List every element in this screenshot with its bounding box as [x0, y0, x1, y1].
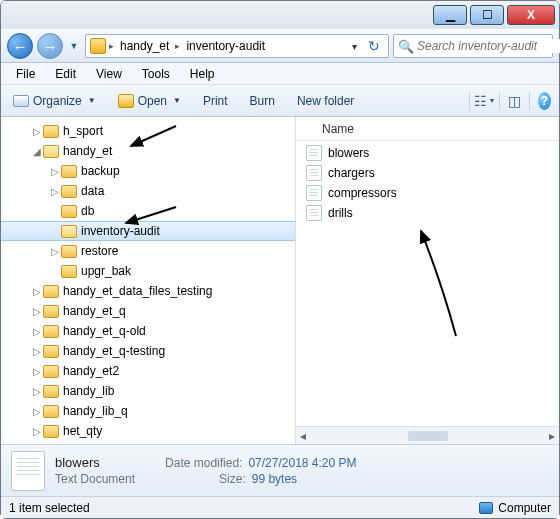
tree-item-label: handy_et [63, 144, 112, 158]
file-item[interactable]: compressors [296, 183, 559, 203]
menu-help[interactable]: Help [181, 65, 224, 83]
tree-item[interactable]: ▷handy_et_q-old [1, 321, 295, 341]
tree-item-label: handy_lib [63, 384, 114, 398]
tree-item[interactable]: ◢handy_et [1, 141, 295, 161]
folder-icon [43, 365, 59, 378]
tree-item[interactable]: ▷data [1, 181, 295, 201]
horizontal-scrollbar[interactable]: ◂▸ [296, 426, 559, 444]
folder-icon [43, 125, 59, 138]
details-filename: blowers [55, 455, 135, 470]
expand-icon[interactable]: ▷ [49, 166, 61, 177]
chevron-right-icon: ▸ [175, 41, 180, 51]
new-folder-button[interactable]: New folder [293, 91, 358, 111]
back-button[interactable]: ← [7, 33, 33, 59]
close-button[interactable]: X [507, 5, 555, 25]
tree-item[interactable]: ▷backup [1, 161, 295, 181]
expand-icon[interactable]: ▷ [31, 366, 43, 377]
burn-button[interactable]: Burn [246, 91, 279, 111]
expand-icon[interactable]: ◢ [31, 146, 43, 157]
minimize-button[interactable]: ▁ [433, 5, 467, 25]
path-dropdown[interactable]: ▾ [346, 36, 362, 56]
print-button[interactable]: Print [199, 91, 232, 111]
folder-icon [61, 225, 77, 238]
navbar: ← → ▼ ▸ handy_et ▸ inventory-audit ▾ ↻ 🔍 [1, 29, 559, 63]
tree-item[interactable]: ▷het_qty [1, 421, 295, 441]
folder-icon [61, 265, 77, 278]
tree-item[interactable]: ▷handy_et2 [1, 361, 295, 381]
folder-icon [43, 425, 59, 438]
tree-item[interactable]: ▷restore [1, 241, 295, 261]
expand-icon[interactable]: ▷ [31, 326, 43, 337]
file-name: drills [328, 206, 353, 220]
search-box[interactable]: 🔍 [393, 34, 553, 58]
file-list[interactable]: blowerschargerscompressorsdrills [296, 141, 559, 426]
expand-icon[interactable]: ▷ [31, 306, 43, 317]
file-item[interactable]: drills [296, 203, 559, 223]
menu-file[interactable]: File [7, 65, 44, 83]
expand-icon[interactable]: ▷ [31, 286, 43, 297]
expand-icon[interactable]: ▷ [31, 386, 43, 397]
tree-item[interactable]: db [1, 201, 295, 221]
view-mode-button[interactable]: ☷▼ [469, 92, 491, 110]
organize-button[interactable]: Organize▼ [9, 91, 100, 111]
folder-tree[interactable]: ▷h_sport◢handy_et▷backup▷datadbinventory… [1, 117, 296, 444]
maximize-button[interactable]: ☐ [470, 5, 504, 25]
file-large-icon [11, 451, 45, 491]
open-folder-icon [118, 94, 134, 108]
folder-icon [61, 185, 77, 198]
forward-button[interactable]: → [37, 33, 63, 59]
help-button[interactable]: ? [529, 92, 551, 110]
file-name: blowers [328, 146, 369, 160]
toolbar: Organize▼ Open▼ Print Burn New folder ☷▼… [1, 85, 559, 117]
tree-item-label: handy_et_q-testing [63, 344, 165, 358]
menu-tools[interactable]: Tools [133, 65, 179, 83]
details-pane: blowers Text Document Date modified:07/2… [1, 444, 559, 496]
text-file-icon [306, 205, 322, 221]
status-selection: 1 item selected [9, 501, 90, 515]
text-file-icon [306, 165, 322, 181]
menu-edit[interactable]: Edit [46, 65, 85, 83]
status-location: Computer [479, 501, 551, 515]
breadcrumb-part[interactable]: handy_et [117, 39, 172, 53]
tree-item[interactable]: ▷h_sport [1, 121, 295, 141]
computer-icon [479, 502, 493, 514]
text-file-icon [306, 185, 322, 201]
history-dropdown[interactable]: ▼ [67, 35, 81, 57]
breadcrumb-part[interactable]: inventory-audit [183, 39, 268, 53]
expand-icon[interactable]: ▷ [31, 406, 43, 417]
details-size-value: 99 bytes [252, 472, 297, 486]
tree-item-label: h_sport [63, 124, 103, 138]
body: ▷h_sport◢handy_et▷backup▷datadbinventory… [1, 117, 559, 444]
folder-icon [43, 325, 59, 338]
tree-item[interactable]: ▷handy_et_data_files_testing [1, 281, 295, 301]
tree-item-label: backup [81, 164, 120, 178]
file-item[interactable]: chargers [296, 163, 559, 183]
chevron-right-icon: ▸ [109, 41, 114, 51]
menu-view[interactable]: View [87, 65, 131, 83]
expand-icon[interactable]: ▷ [49, 186, 61, 197]
search-input[interactable] [417, 39, 560, 53]
open-button[interactable]: Open▼ [114, 91, 185, 111]
tree-item[interactable]: inventory-audit [1, 221, 295, 241]
tree-item[interactable]: ▷handy_et_q-testing [1, 341, 295, 361]
column-header-name[interactable]: Name [296, 117, 559, 141]
tree-item[interactable]: ▷handy_lib [1, 381, 295, 401]
titlebar: ▁ ☐ X [1, 1, 559, 29]
expand-icon[interactable]: ▷ [49, 246, 61, 257]
preview-pane-button[interactable]: ◫ [499, 92, 521, 110]
status-bar: 1 item selected Computer [1, 496, 559, 518]
tree-item-label: handy_et_q [63, 304, 126, 318]
tree-item[interactable]: ▷handy_et_q [1, 301, 295, 321]
expand-icon[interactable]: ▷ [31, 126, 43, 137]
search-icon: 🔍 [398, 39, 414, 54]
tree-item-label: upgr_bak [81, 264, 131, 278]
refresh-icon[interactable]: ↻ [366, 38, 382, 54]
breadcrumb[interactable]: ▸ handy_et ▸ inventory-audit ▾ ↻ [85, 34, 389, 58]
expand-icon[interactable]: ▷ [31, 426, 43, 437]
organize-icon [13, 95, 29, 107]
tree-item[interactable]: ▷handy_lib_q [1, 401, 295, 421]
expand-icon[interactable]: ▷ [31, 346, 43, 357]
tree-item[interactable]: upgr_bak [1, 261, 295, 281]
file-item[interactable]: blowers [296, 143, 559, 163]
tree-item-label: handy_et2 [63, 364, 119, 378]
